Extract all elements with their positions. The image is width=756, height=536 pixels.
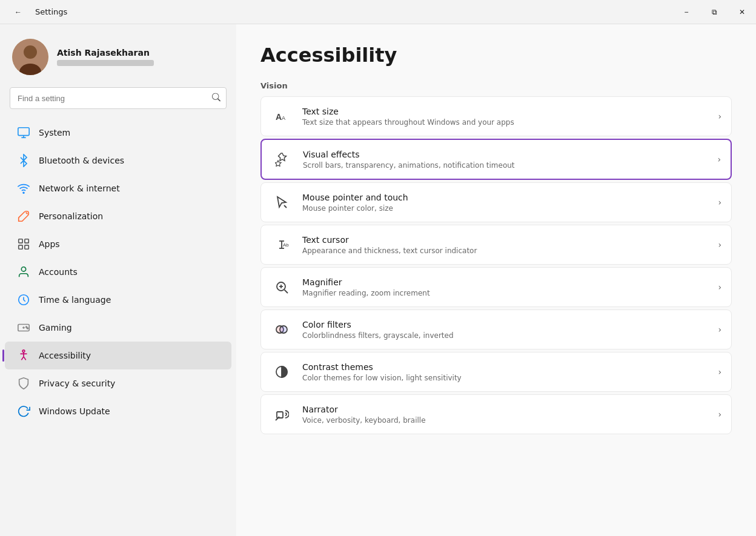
bluetooth-icon bbox=[17, 154, 30, 167]
user-info: Atish Rajasekharan bbox=[57, 48, 154, 66]
card-desc: Voice, verbosity, keyboard, braille bbox=[302, 416, 708, 425]
settings-card-narrator[interactable]: Narrator Voice, verbosity, keyboard, bra… bbox=[260, 394, 732, 434]
card-title: Color filters bbox=[302, 320, 708, 329]
svg-rect-8 bbox=[19, 239, 22, 243]
update-icon bbox=[17, 405, 30, 418]
text-cursor-icon: Ab bbox=[271, 234, 293, 256]
settings-sections: Vision AA Text size Text size that appea… bbox=[260, 81, 732, 434]
card-title: Narrator bbox=[302, 405, 708, 414]
contrast-themes-icon bbox=[271, 361, 293, 383]
card-desc: Scroll bars, transparency, animations, n… bbox=[303, 161, 708, 170]
time-icon bbox=[17, 293, 30, 306]
chevron-right-icon: › bbox=[718, 111, 721, 121]
sidebar-item-label: Gaming bbox=[39, 323, 72, 333]
sidebar-item-privacy[interactable]: Privacy & security bbox=[5, 369, 231, 397]
card-title: Mouse pointer and touch bbox=[302, 193, 708, 202]
svg-line-26 bbox=[284, 205, 287, 208]
card-desc: Appearance and thickness, text cursor in… bbox=[302, 246, 708, 255]
svg-text:A: A bbox=[282, 115, 285, 121]
sidebar: Atish Rajasekharan System Bluetooth & de… bbox=[0, 24, 236, 536]
svg-point-1 bbox=[24, 45, 37, 59]
card-desc: Color themes for low vision, light sensi… bbox=[302, 374, 708, 382]
sidebar-item-windows-update[interactable]: Windows Update bbox=[5, 397, 231, 425]
restore-button[interactable]: ⧉ bbox=[700, 0, 728, 24]
card-title: Text cursor bbox=[302, 235, 708, 245]
sidebar-item-system[interactable]: System bbox=[5, 119, 231, 147]
accessibility-icon bbox=[17, 349, 30, 362]
chevron-right-icon: › bbox=[718, 197, 721, 207]
back-button[interactable]: ← bbox=[7, 0, 29, 24]
page-title: Accessibility bbox=[260, 44, 732, 67]
close-icon: ✕ bbox=[739, 8, 745, 16]
sidebar-item-bluetooth[interactable]: Bluetooth & devices bbox=[5, 147, 231, 174]
close-button[interactable]: ✕ bbox=[728, 0, 756, 24]
svg-rect-3 bbox=[18, 128, 29, 136]
gaming-icon bbox=[17, 321, 30, 334]
card-desc: Text size that appears throughout Window… bbox=[302, 118, 708, 127]
svg-point-6 bbox=[23, 192, 24, 193]
sidebar-item-personalization[interactable]: Personalization bbox=[5, 202, 231, 230]
search-box bbox=[10, 87, 227, 109]
window-controls: − ⧉ ✕ bbox=[672, 0, 756, 24]
text-size-icon: AA bbox=[271, 105, 293, 127]
settings-card-text-size[interactable]: AA Text size Text size that appears thro… bbox=[260, 96, 732, 136]
card-title: Text size bbox=[302, 107, 708, 116]
svg-line-22 bbox=[21, 357, 24, 360]
back-icon: ← bbox=[15, 8, 22, 16]
chevron-right-icon: › bbox=[718, 367, 721, 377]
card-title: Magnifier bbox=[302, 277, 708, 287]
svg-rect-9 bbox=[25, 239, 28, 243]
sidebar-item-label: Privacy & security bbox=[39, 379, 115, 388]
sidebar-item-label: Bluetooth & devices bbox=[39, 156, 124, 165]
card-desc: Magnifier reading, zoom increment bbox=[302, 289, 708, 297]
sidebar-item-accessibility[interactable]: Accessibility bbox=[5, 342, 231, 369]
narrator-icon bbox=[271, 403, 293, 425]
svg-point-12 bbox=[21, 267, 25, 271]
settings-card-contrast-themes[interactable]: Contrast themes Color themes for low vis… bbox=[260, 352, 732, 392]
card-title: Contrast themes bbox=[302, 362, 708, 372]
card-desc: Mouse pointer color, size bbox=[302, 204, 708, 213]
card-title: Visual effects bbox=[303, 150, 708, 159]
titlebar: ← Settings − ⧉ ✕ bbox=[0, 0, 756, 24]
settings-card-text-cursor[interactable]: Ab Text cursor Appearance and thickness,… bbox=[260, 225, 732, 265]
sidebar-item-label: Network & internet bbox=[39, 184, 120, 193]
search-input[interactable] bbox=[10, 87, 227, 109]
sidebar-item-label: Time & language bbox=[39, 295, 111, 305]
svg-line-23 bbox=[24, 357, 26, 360]
network-icon bbox=[17, 182, 30, 195]
chevron-right-icon: › bbox=[718, 325, 721, 334]
user-name: Atish Rajasekharan bbox=[57, 48, 154, 58]
svg-line-39 bbox=[276, 417, 279, 420]
system-icon bbox=[17, 126, 30, 139]
section-vision: Vision AA Text size Text size that appea… bbox=[260, 81, 732, 434]
app-title: Settings bbox=[35, 7, 67, 16]
sidebar-item-apps[interactable]: Apps bbox=[5, 230, 231, 258]
sidebar-item-label: Windows Update bbox=[39, 406, 110, 416]
section-label: Vision bbox=[260, 81, 732, 90]
settings-card-mouse-pointer[interactable]: Mouse pointer and touch Mouse pointer co… bbox=[260, 182, 732, 222]
settings-card-visual-effects[interactable]: Visual effects Scroll bars, transparency… bbox=[260, 139, 732, 180]
visual-effects-icon bbox=[271, 148, 293, 170]
sidebar-item-time[interactable]: Time & language bbox=[5, 286, 231, 314]
minimize-icon: − bbox=[684, 8, 688, 16]
minimize-button[interactable]: − bbox=[672, 0, 700, 24]
sidebar-item-label: Accessibility bbox=[39, 351, 91, 360]
settings-card-color-filters[interactable]: Color filters Colorblindness filters, gr… bbox=[260, 309, 732, 349]
chevron-right-icon: › bbox=[718, 240, 721, 250]
accounts-icon bbox=[17, 265, 30, 279]
sidebar-item-network[interactable]: Network & internet bbox=[5, 174, 231, 202]
privacy-icon bbox=[17, 377, 30, 390]
svg-rect-38 bbox=[277, 412, 283, 418]
sidebar-item-label: Apps bbox=[39, 239, 60, 249]
svg-point-19 bbox=[22, 350, 25, 352]
sidebar-item-gaming[interactable]: Gaming bbox=[5, 314, 231, 342]
mouse-pointer-icon bbox=[271, 191, 293, 213]
color-filters-icon bbox=[271, 319, 293, 340]
svg-rect-10 bbox=[19, 245, 22, 249]
svg-text:Ab: Ab bbox=[283, 242, 289, 248]
svg-line-7 bbox=[26, 213, 28, 214]
settings-card-magnifier[interactable]: Magnifier Magnifier reading, zoom increm… bbox=[260, 267, 732, 307]
user-email bbox=[57, 60, 154, 66]
magnifier-icon bbox=[271, 276, 293, 298]
sidebar-item-accounts[interactable]: Accounts bbox=[5, 258, 231, 286]
